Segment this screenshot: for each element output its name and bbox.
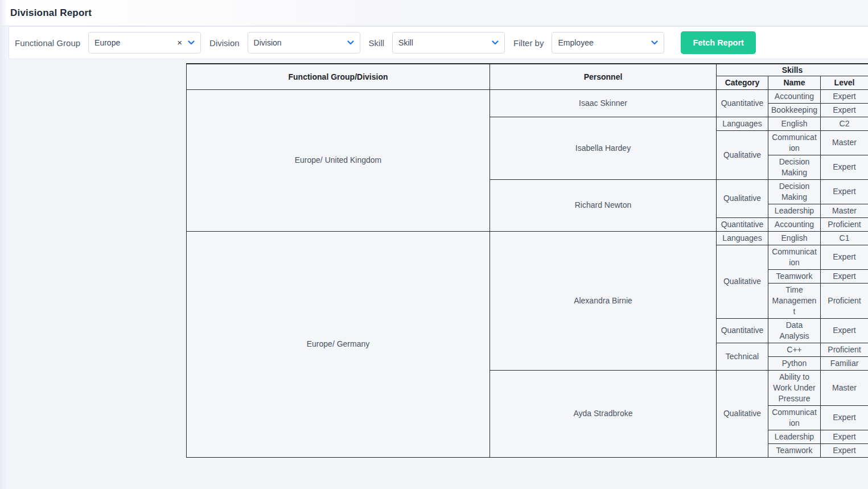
functional-group-label: Functional Group	[15, 38, 80, 48]
category-cell: Qualitative	[717, 179, 768, 217]
group-column-header: Functional Group/Division	[187, 64, 490, 89]
skill-name-cell: Leadership	[768, 430, 821, 443]
clear-selection-icon[interactable]: ×	[175, 37, 184, 48]
personnel-cell: Isaac Skinner	[490, 89, 717, 117]
skill-level-cell: Expert	[821, 443, 868, 457]
category-cell: Languages	[717, 231, 768, 245]
skill-name-cell: English	[768, 117, 821, 130]
functional-group-select[interactable]: Europe ×	[88, 32, 201, 54]
division-value: Division	[254, 38, 282, 47]
chevron-down-icon	[651, 39, 659, 47]
category-column-header: Category	[717, 76, 768, 89]
category-cell: Technical	[717, 343, 768, 370]
skill-name-cell: C++	[768, 343, 821, 356]
page-title: Divisional Report	[10, 7, 92, 19]
skill-level-cell: Master	[821, 204, 868, 217]
category-cell: Qualitative	[717, 370, 768, 457]
skill-level-cell: Expert	[821, 179, 868, 204]
report-table: Functional Group/Division Personnel Skil…	[186, 63, 868, 458]
category-cell: Languages	[717, 117, 768, 130]
skill-level-cell: Expert	[821, 318, 868, 343]
table-row: Europe/ United KingdomIsaac SkinnerQuant…	[187, 89, 868, 103]
skill-name-cell: Leadership	[768, 204, 821, 217]
skill-name-cell: Decision Making	[768, 155, 821, 179]
skill-name-cell: Decision Making	[768, 179, 821, 204]
skill-name-cell: Data Analysis	[768, 318, 821, 343]
skill-name-cell: Time Management	[768, 283, 821, 318]
filter-by-select[interactable]: Employee	[552, 32, 664, 54]
skill-name-cell: Communication	[768, 405, 821, 430]
skill-level-cell: Expert	[821, 405, 868, 430]
skill-level-cell: Proficient	[821, 283, 868, 318]
report-table-body: Europe/ United KingdomIsaac SkinnerQuant…	[187, 89, 868, 457]
skill-level-cell: Expert	[821, 430, 868, 443]
skill-name-cell: Accounting	[768, 89, 821, 103]
skill-name-cell: Python	[768, 356, 821, 370]
skill-level-cell: Expert	[821, 245, 868, 269]
skill-name-cell: Communication	[768, 245, 821, 269]
division-select[interactable]: Division	[248, 32, 360, 54]
skill-name-cell: Bookkeeping	[768, 103, 821, 117]
filter-by-value: Employee	[558, 38, 593, 47]
top-title-bar: Divisional Report	[0, 0, 868, 26]
report-table-container: Functional Group/Division Personnel Skil…	[186, 63, 868, 458]
category-cell: Quantitative	[717, 318, 768, 343]
group-cell: Europe/ United Kingdom	[187, 89, 490, 231]
personnel-cell: Ayda Stradbroke	[490, 370, 717, 457]
skill-level-cell: Expert	[821, 269, 868, 283]
skill-name-cell: Ability to Work Under Pressure	[768, 370, 821, 405]
category-cell: Quantitative	[717, 89, 768, 117]
group-cell: Europe/ Germany	[187, 231, 490, 457]
fetch-report-button[interactable]: Fetch Report	[681, 31, 755, 54]
skill-level-cell: Master	[821, 130, 868, 155]
skill-name-cell: Accounting	[768, 217, 821, 231]
skill-level-cell: C1	[821, 231, 868, 245]
filter-bar: Functional Group Europe × Division Divis…	[9, 26, 868, 59]
skill-level-cell: C2	[821, 117, 868, 130]
skill-name-cell: Communication	[768, 130, 821, 155]
skill-select[interactable]: Skill	[392, 32, 505, 54]
name-column-header: Name	[768, 76, 821, 89]
skill-name-cell: English	[768, 231, 821, 245]
chevron-down-icon	[491, 39, 499, 47]
skill-level-cell: Proficient	[821, 343, 868, 356]
category-cell: Qualitative	[717, 130, 768, 179]
skill-level-cell: Master	[821, 370, 868, 405]
skill-value: Skill	[398, 38, 413, 47]
personnel-cell: Alexandra Birnie	[490, 231, 717, 370]
chevron-down-icon	[187, 39, 195, 47]
table-header-row: Functional Group/Division Personnel Skil…	[187, 64, 868, 76]
skill-name-cell: Teamwork	[768, 443, 821, 457]
table-row: Europe/ GermanyAlexandra BirnieLanguages…	[187, 231, 868, 245]
skill-level-cell: Expert	[821, 89, 868, 103]
skill-level-cell: Expert	[821, 103, 868, 117]
skills-column-header: Skills	[717, 64, 868, 76]
skill-label: Skill	[369, 38, 385, 48]
personnel-cell: Isabella Hardey	[490, 117, 717, 179]
skill-level-cell: Expert	[821, 155, 868, 179]
category-cell: Qualitative	[717, 245, 768, 318]
division-label: Division	[209, 38, 240, 48]
chevron-down-icon	[347, 39, 355, 47]
functional-group-value: Europe	[94, 38, 120, 47]
category-cell: Quantitative	[717, 217, 768, 231]
page-left-shadow	[0, 0, 7, 489]
skill-level-cell: Familiar	[821, 356, 868, 370]
skill-name-cell: Teamwork	[768, 269, 821, 283]
personnel-column-header: Personnel	[490, 64, 717, 89]
personnel-cell: Richard Newton	[490, 179, 717, 231]
skill-level-cell: Proficient	[821, 217, 868, 231]
filter-by-label: Filter by	[513, 38, 544, 48]
level-column-header: Level	[821, 76, 868, 89]
